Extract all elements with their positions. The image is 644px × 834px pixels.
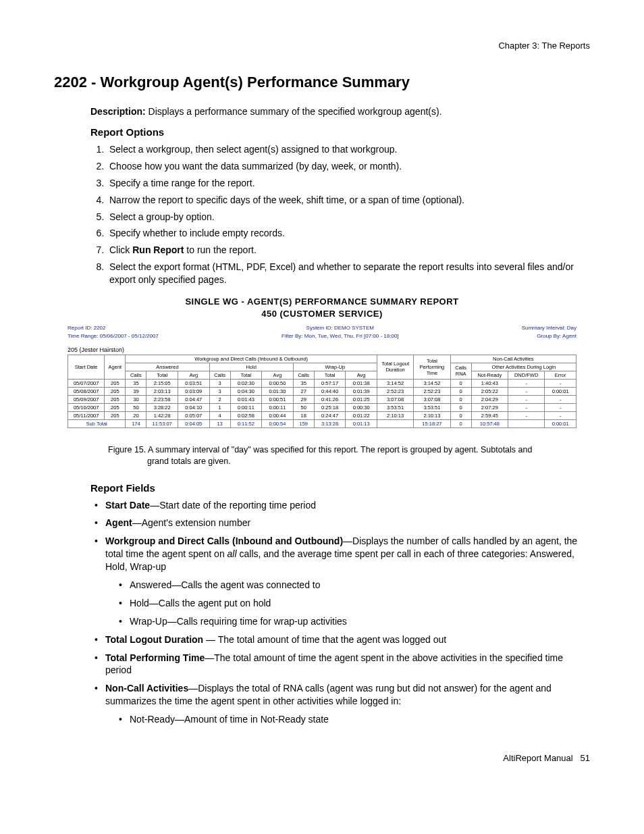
table-cell: 0:01:43 [230, 395, 262, 403]
table-cell: 0:25:18 [314, 403, 346, 411]
table-cell: 05/09/2007 [68, 395, 105, 403]
th: DND/FWD [508, 371, 545, 379]
list-item: Non-Call Activities—Displays the total o… [105, 682, 590, 726]
table-cell: 29 [293, 395, 314, 403]
table-cell: 0:02:58 [230, 411, 262, 419]
table-cell: 11:53:07 [146, 419, 178, 427]
list-item: Specify whether to include empty records… [107, 227, 590, 240]
table-cell: 35 [293, 379, 314, 387]
th-hold: Hold [209, 363, 293, 371]
table-cell: 0:24:47 [314, 411, 346, 419]
table-cell: 1:42:28 [146, 411, 178, 419]
report-preview: SINGLE WG - AGENT(S) PERFORMANCE SUMMARY… [68, 296, 576, 428]
table-cell: 1:40:43 [471, 379, 508, 387]
table-row: 05/10/2007205503:28:220:04:1010:00:110:0… [68, 403, 576, 411]
field-name: Workgroup and Direct Calls (Inbound and … [105, 536, 343, 546]
field-text: — The total amount of time that the agen… [203, 634, 446, 645]
report-groupby: Group By: Agent [522, 332, 576, 340]
table-cell: - [545, 411, 576, 419]
table-cell: 3:13:28 [314, 419, 346, 427]
th-logout: Total Logout Duration [377, 355, 413, 379]
table-cell: 35 [126, 379, 146, 387]
table-cell: 4 [209, 411, 230, 419]
report-options-list: Select a workgroup, then select agent(s)… [90, 143, 590, 286]
table-cell: - [545, 395, 576, 403]
list-item: Total Performing Time—The total amount o… [105, 652, 590, 677]
field-text: —Start date of the reporting time period [150, 500, 316, 511]
description-text: Displays a performance summary of the sp… [146, 106, 442, 117]
table-cell: 50 [126, 403, 146, 411]
table-row: 05/11/2007205201:42:280:05:0740:02:580:0… [68, 411, 576, 419]
table-cell: 0:04:47 [178, 395, 209, 403]
page-footer: AltiReport Manual 51 [54, 753, 590, 763]
report-title-line1: SINGLE WG - AGENT(S) PERFORMANCE SUMMARY… [68, 296, 576, 308]
table-cell: 2:04:29 [471, 395, 508, 403]
table-cell: 0:05:07 [178, 411, 209, 419]
table-cell: 205 [105, 395, 126, 403]
table-cell: 2:10:13 [377, 411, 413, 419]
list-item: Select a workgroup, then select agent(s)… [107, 143, 590, 156]
list-item: Not-Ready—Amount of time in Not-Ready st… [130, 713, 590, 726]
footer-text: AltiReport Manual [503, 753, 572, 763]
figure-caption: Figure 15. A summary interval of "day" w… [108, 444, 549, 467]
table-cell: 3:53:51 [414, 403, 450, 411]
th-perf: Total Performing Time [414, 355, 450, 379]
table-cell: 2:03:13 [146, 387, 178, 395]
table-cell: 0:00:51 [262, 395, 294, 403]
table-cell: 50 [293, 403, 314, 411]
table-cell: 205 [105, 379, 126, 387]
report-interval: Summary Interval: Day [522, 324, 576, 332]
table-cell: 174 [126, 419, 146, 427]
table-cell: 18 [293, 411, 314, 419]
page-title: 2202 - Workgroup Agent(s) Performance Su… [54, 74, 590, 91]
table-cell: 13 [209, 419, 230, 427]
table-cell: 0 [450, 387, 471, 395]
th-other: Other Activities During Login [471, 363, 576, 371]
th: Calls [126, 371, 146, 379]
table-row: 05/07/2007205352:15:050:03:5130:02:300:0… [68, 379, 576, 387]
table-cell: - [508, 379, 545, 387]
table-cell: 0:04:05 [178, 419, 209, 427]
table-cell [508, 419, 545, 427]
table-cell: 3 [209, 379, 230, 387]
table-cell: 2:52:23 [377, 387, 413, 395]
th: Total [230, 371, 262, 379]
table-cell: 0:01:13 [346, 419, 377, 427]
th: Avg [178, 371, 209, 379]
table-cell: 3:07:08 [377, 395, 413, 403]
table-cell [377, 419, 413, 427]
field-name: Total Logout Duration [105, 634, 203, 645]
table-cell: 205 [105, 411, 126, 419]
table-cell: 2:23:58 [146, 395, 178, 403]
table-cell: 0:02:30 [230, 379, 262, 387]
th: Calls [209, 371, 230, 379]
table-cell: 0 [450, 419, 471, 427]
th-agent: Agent [105, 355, 126, 379]
table-cell: 0:01:25 [346, 395, 377, 403]
table-cell: 2:05:22 [471, 387, 508, 395]
table-cell: 0:00:11 [262, 403, 294, 411]
report-id: Report ID: 2202 [68, 324, 159, 332]
table-cell: - [508, 395, 545, 403]
report-filter: Filter By: Mon, Tue, Wed, Thu, Fri [07:0… [281, 332, 399, 340]
table-cell: 0:03:09 [178, 387, 209, 395]
list-item: Choose how you want the data summarized … [107, 160, 590, 173]
list-item: Answered—Calls the agent was connected t… [130, 579, 590, 592]
list-item: Hold—Calls the agent put on hold [130, 597, 590, 610]
table-cell: - [545, 379, 576, 387]
chapter-header: Chapter 3: The Reports [54, 41, 590, 51]
table-cell: 30 [126, 395, 146, 403]
table-cell: 27 [293, 387, 314, 395]
field-name: Non-Call Activities [105, 683, 188, 694]
table-cell: 2:15:05 [146, 379, 178, 387]
th: Total [146, 371, 178, 379]
th-noncall: Non-Call Activities [450, 355, 576, 363]
text: to run the report. [184, 244, 256, 255]
list-item: Select a group-by option. [107, 211, 590, 224]
table-cell: - [508, 411, 545, 419]
table-cell: - [508, 387, 545, 395]
table-cell: 3:14:52 [414, 379, 450, 387]
table-cell: 0:00:44 [262, 411, 294, 419]
table-cell: 05/08/2007 [68, 387, 105, 395]
table-cell: 05/07/2007 [68, 379, 105, 387]
